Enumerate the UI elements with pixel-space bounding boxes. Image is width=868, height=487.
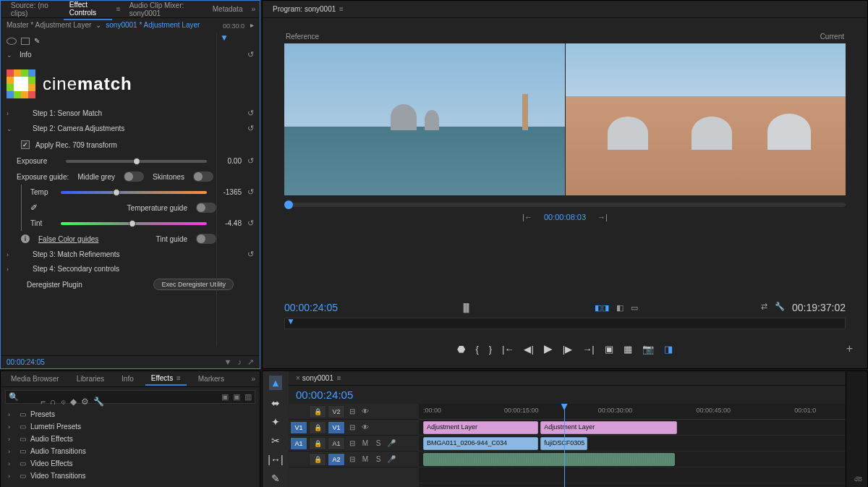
add-button-icon[interactable]: + <box>846 342 853 355</box>
clip-video-1[interactable]: BMGA011_0206-944_C034 <box>423 437 538 450</box>
play-button[interactable]: ▶ <box>544 342 553 355</box>
track-label-a2[interactable]: A2 <box>328 453 345 466</box>
tab-info[interactable]: Info <box>116 373 140 385</box>
temp-slider[interactable] <box>61 191 207 194</box>
playhead-icon[interactable]: ▼ <box>220 33 229 43</box>
step-back-icon[interactable]: ◀| <box>524 344 533 355</box>
program-tab[interactable]: Program: sony0001 ≡ <box>267 3 349 15</box>
scrub-time[interactable]: 00:00:08:03 <box>544 213 586 221</box>
timeline-timecode[interactable]: 00:00:24:05 <box>296 389 353 401</box>
eye-icon[interactable]: 👁 <box>359 423 371 431</box>
badge-icon-1[interactable]: ▣ <box>221 392 229 402</box>
track-lane-a1[interactable] <box>419 452 846 467</box>
ellipse-icon[interactable] <box>7 38 17 45</box>
track-label-v2[interactable]: V2 <box>328 405 345 418</box>
overflow-icon[interactable]: » <box>251 5 255 13</box>
solo-button[interactable]: S <box>373 439 384 447</box>
timeline-tracks[interactable]: :00:00 00:00:15:00 00:00:30:00 00:00:45:… <box>419 404 846 487</box>
toggle-icon[interactable]: ⊟ <box>346 439 358 447</box>
badge-icon-3[interactable]: ▥ <box>244 392 252 402</box>
temp-guide-toggle[interactable] <box>196 203 216 213</box>
compare-icon[interactable]: ◨ <box>664 344 673 355</box>
magnet-icon[interactable]: ∩ <box>50 397 56 407</box>
track-lane-v2[interactable]: Adjustment Layer Adjustment Layer <box>419 420 846 436</box>
lock-icon[interactable]: 🔒 <box>309 405 326 418</box>
tab-audio-mixer[interactable]: Audio Clip Mixer: sony0001 <box>124 0 204 20</box>
mini-playhead-icon[interactable]: ▼ <box>286 316 295 326</box>
badge-icon-2[interactable]: ▣ <box>233 392 240 402</box>
link-icon[interactable]: ♪ <box>238 357 242 367</box>
toggle-icon[interactable]: ⊟ <box>346 407 358 415</box>
chevron-down-icon[interactable]: ⌄ <box>95 21 101 29</box>
rectangle-icon[interactable] <box>21 38 30 45</box>
marker-icon[interactable]: ⬣ <box>457 344 465 355</box>
in-point-icon[interactable]: { <box>475 344 478 355</box>
tab-libraries[interactable]: Libraries <box>71 373 110 385</box>
settings-icon[interactable]: ⚙ <box>81 397 89 407</box>
middle-grey-toggle[interactable] <box>124 171 144 182</box>
wrench-icon[interactable]: 🔧 <box>775 302 785 313</box>
track-label-a1[interactable]: A1 <box>328 437 345 450</box>
marker-icon[interactable]: ◆ <box>70 397 77 407</box>
timeline-playhead[interactable] <box>564 404 565 487</box>
link-icon[interactable]: ⟐ <box>61 397 66 407</box>
tint-slider[interactable] <box>61 222 207 225</box>
list-item[interactable]: ›▭Audio Effects <box>5 433 255 445</box>
list-item[interactable]: ›▭Video Effects <box>5 457 255 470</box>
tab-source[interactable]: Source: (no clips) <box>5 0 61 20</box>
step-forward-icon[interactable]: |▶ <box>563 344 572 355</box>
skintones-toggle[interactable] <box>193 171 213 182</box>
scrub-thumb[interactable] <box>284 200 293 209</box>
panel-menu-icon[interactable]: ≡ <box>116 5 121 13</box>
comparison-vert-icon[interactable]: ◧ <box>616 303 624 313</box>
extract-icon[interactable]: ▦ <box>624 344 632 355</box>
export-icon[interactable]: ↗ <box>247 357 254 367</box>
comparison-side-icon[interactable]: ◧◨ <box>595 303 609 313</box>
ripple-tool-icon[interactable]: ✦ <box>271 416 280 428</box>
exposure-slider[interactable] <box>66 160 207 163</box>
go-to-in-icon[interactable]: |← <box>502 344 514 355</box>
timeline-ruler[interactable]: :00:00 00:00:15:00 00:00:30:00 00:00:45:… <box>419 404 846 420</box>
solo-button[interactable]: S <box>373 455 384 463</box>
tab-effect-controls[interactable]: Effect Controls <box>64 0 112 20</box>
footer-timecode[interactable]: 00:00:24:05 <box>7 358 45 366</box>
go-to-in-icon[interactable]: |← <box>522 213 532 221</box>
tab-metadata[interactable]: Metadata <box>207 3 249 15</box>
false-color-link[interactable]: False Color guides <box>38 235 98 243</box>
tint-guide-toggle[interactable] <box>196 234 216 244</box>
camera-icon[interactable]: 📷 <box>642 344 654 355</box>
selection-tool-icon[interactable]: ▲ <box>269 376 282 390</box>
slip-tool-icon[interactable]: |↔| <box>268 454 283 465</box>
program-mini-timeline[interactable]: ▼ <box>284 318 846 329</box>
mic-icon[interactable]: 🎤 <box>386 455 397 463</box>
lock-icon[interactable]: 🔒 <box>309 453 326 466</box>
fit-icon[interactable]: ▐▌ <box>461 303 472 312</box>
snap-icon[interactable]: ⌐ <box>41 397 46 407</box>
go-to-out-icon[interactable]: →| <box>597 213 608 221</box>
info-icon[interactable]: i <box>21 234 30 243</box>
list-item[interactable]: ›▭Audio Transitions <box>5 445 255 457</box>
mic-icon[interactable]: 🎤 <box>386 439 397 447</box>
list-item[interactable]: ›▭Video Transitions <box>5 470 255 482</box>
clip-adjustment-2[interactable]: Adjustment Layer <box>540 421 677 434</box>
eye-icon[interactable]: 👁 <box>359 407 371 415</box>
track-select-tool-icon[interactable]: ⬌ <box>271 397 280 409</box>
track-lane-v1[interactable]: BMGA011_0206-944_C034 fujiDSCF0305 <box>419 436 846 452</box>
track-label-v1[interactable]: V1 <box>328 421 345 434</box>
sequence-link[interactable]: sony0001 * Adjustment Layer <box>106 21 200 29</box>
lock-icon[interactable]: 🔒 <box>309 421 326 434</box>
tab-markers[interactable]: Markers <box>192 373 230 385</box>
source-a1[interactable]: A1 <box>290 437 307 450</box>
list-item[interactable]: ›▭Lumetri Presets <box>5 420 255 433</box>
filter-icon[interactable]: ▼ <box>224 357 232 367</box>
effect-timeline-strip[interactable]: ▼ 00:30:0 <box>216 33 260 347</box>
lift-icon[interactable]: ▣ <box>605 344 613 355</box>
list-item[interactable]: ›▭Presets <box>5 408 255 420</box>
track-lane-a2[interactable] <box>419 467 846 483</box>
razor-tool-icon[interactable]: ✂ <box>271 435 280 446</box>
current-time[interactable]: 00:00:24:05 <box>284 302 338 313</box>
video-comparison[interactable] <box>284 43 846 195</box>
scrub-bar[interactable] <box>284 203 846 207</box>
sequence-name[interactable]: sony0001 <box>302 374 333 382</box>
wrench-icon[interactable]: 🔧 <box>93 397 104 407</box>
